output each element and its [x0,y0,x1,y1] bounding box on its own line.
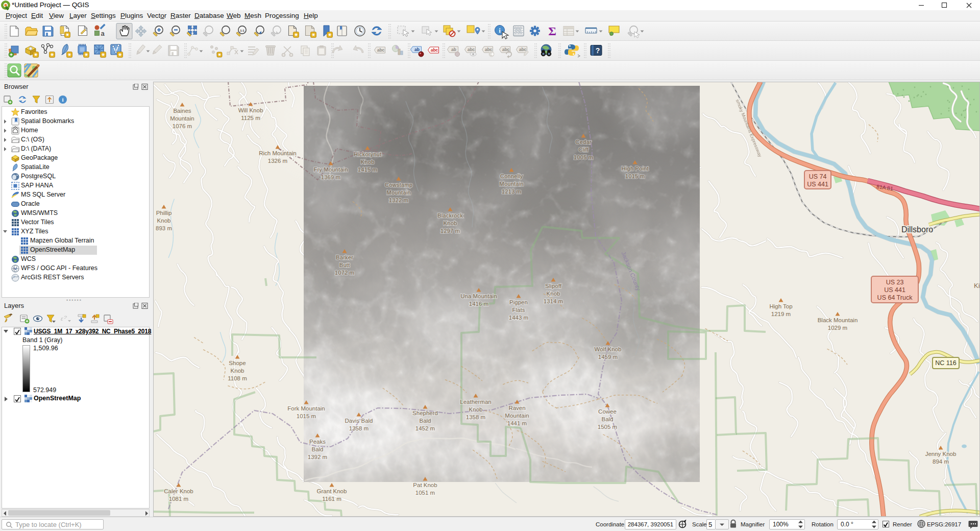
svg-text:1219 m: 1219 m [771,311,791,317]
svg-text:Cedar: Cedar [575,139,591,145]
svg-text:1392 m: 1392 m [308,454,327,460]
svg-text:High Top: High Top [769,303,792,309]
svg-text:1015 m: 1015 m [625,173,645,179]
svg-text:Fork Mountain: Fork Mountain [287,405,325,412]
svg-text:Mountain: Mountain [386,189,410,196]
svg-text:1441 m: 1441 m [507,420,527,426]
svg-text:a: a [101,30,105,37]
svg-text:Fry Mountain: Fry Mountain [313,166,348,173]
svg-text:1108 m: 1108 m [228,375,247,381]
svg-text:US 64 Truck: US 64 Truck [877,294,913,301]
svg-text:Will Knob: Will Knob [238,107,263,113]
svg-text:High Point: High Point [621,165,649,172]
svg-text:1416 m: 1416 m [469,301,488,307]
svg-text:Connelly: Connelly [500,173,523,179]
svg-text:ab: ab [451,47,456,52]
svg-text:1452 m: 1452 m [415,425,435,431]
svg-text:1081 m: 1081 m [169,496,188,502]
svg-text:Cliff: Cliff [578,147,589,153]
svg-text:1358 m: 1358 m [349,425,369,431]
svg-text:1213 m: 1213 m [502,188,521,195]
svg-text:i: i [499,27,501,34]
svg-text:Shope: Shope [229,360,246,366]
svg-text:Davis Bald: Davis Bald [345,418,373,424]
svg-text:1314 m: 1314 m [544,298,563,304]
svg-text:US 441: US 441 [807,181,828,188]
svg-text:Wolf Knob: Wolf Knob [595,346,622,352]
svg-text:Slipoff: Slipoff [545,283,562,289]
svg-text:US 23: US 23 [886,279,904,286]
svg-text:Grant Knob: Grant Knob [317,488,347,494]
svg-text:Shepherd: Shepherd [412,410,438,416]
svg-text:Mountain: Mountain [505,413,529,419]
svg-text:1459 m: 1459 m [598,354,618,360]
svg-text:1369 m: 1369 m [321,174,340,180]
svg-text:1505 m: 1505 m [598,424,617,430]
svg-text:1125 m: 1125 m [241,115,260,121]
svg-text:Knob: Knob [469,406,483,413]
svg-text:Bald: Bald [311,446,323,452]
svg-text:Ki: Ki [974,282,980,289]
svg-text:Dillsboro: Dillsboro [901,225,933,234]
svg-text:abc: abc [377,47,385,53]
svg-text:1015 m: 1015 m [297,413,316,419]
svg-text:Una Mountain: Una Mountain [460,293,497,299]
svg-text:?: ? [596,46,600,55]
svg-text:ε: ε [61,315,63,322]
svg-text:Mountain: Mountain [170,115,194,122]
svg-text:Rich Mountain: Rich Mountain [259,150,297,156]
svg-text:Caler Knob: Caler Knob [164,488,193,494]
svg-text:Knob: Knob [231,368,244,374]
svg-text:1326 m: 1326 m [268,158,287,164]
svg-text:Baines: Baines [173,108,191,114]
svg-text:1051 m: 1051 m [415,490,435,496]
svg-text:1161 m: 1161 m [322,496,341,502]
svg-text:Knob: Knob [361,159,375,165]
svg-text:ab: ab [414,47,420,52]
svg-text:NC 116: NC 116 [935,359,957,367]
svg-text:Knob: Knob [444,220,457,226]
svg-text:Hickorynut: Hickorynut [354,151,382,157]
svg-text:Σ: Σ [548,25,556,38]
svg-text:Bald: Bald [419,418,431,424]
svg-text:Mountain: Mountain [499,181,523,187]
svg-text:Flats: Flats [512,307,525,313]
svg-text:1005 m: 1005 m [574,154,593,160]
svg-text:Pat Knob: Pat Knob [413,482,437,488]
svg-text:1:1: 1:1 [240,29,244,32]
svg-text:894 m: 894 m [933,458,949,465]
svg-text:Jenny Knob: Jenny Knob [925,451,957,457]
svg-text:Pigpen: Pigpen [509,299,528,305]
svg-text:Peaks: Peaks [309,439,326,445]
svg-text:1443 m: 1443 m [509,315,528,321]
svg-text:1358 m: 1358 m [466,414,485,420]
svg-text:1322 m: 1322 m [389,197,408,203]
svg-text:Black Mountain: Black Mountain [818,317,858,323]
svg-text:Barker: Barker [336,254,353,260]
svg-text:abc: abc [468,47,475,52]
svg-text:US 74: US 74 [809,173,827,180]
svg-text:Blackrock: Blackrock [437,212,463,219]
svg-text:Knob: Knob [157,218,171,224]
svg-text:Bald: Bald [601,416,613,422]
svg-text:1415 m: 1415 m [358,166,377,173]
svg-text:1029 m: 1029 m [828,325,847,331]
svg-text:Cowee: Cowee [598,408,617,415]
svg-text:i: i [62,96,63,103]
svg-text:1297 m: 1297 m [440,228,460,234]
svg-text:abc: abc [519,47,527,52]
svg-text:1076 m: 1076 m [173,123,192,129]
svg-text:abc: abc [431,47,438,53]
svg-text:893 m: 893 m [156,225,172,231]
svg-text:Phillip: Phillip [156,210,172,216]
svg-text:Cowstamp: Cowstamp [385,182,412,188]
svg-text:1072 m: 1072 m [335,270,354,276]
svg-text:US 441: US 441 [884,286,905,294]
svg-text:Leatherman: Leatherman [460,399,491,405]
svg-text:Knob: Knob [547,291,560,297]
svg-text:Butt: Butt [339,262,350,268]
svg-text:Raven: Raven [508,405,525,411]
